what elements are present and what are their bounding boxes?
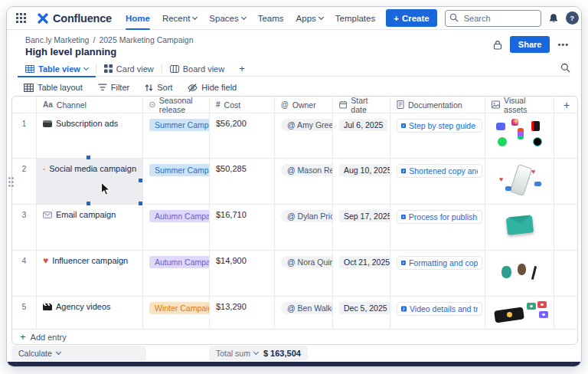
add-column-button[interactable]: + bbox=[554, 97, 578, 113]
cell-owner[interactable]: @ Dylan Price bbox=[275, 205, 333, 251]
cell-empty bbox=[554, 251, 578, 297]
table-layout-button[interactable]: Table layout bbox=[24, 83, 83, 92]
calculate-dropdown[interactable]: Calculate bbox=[11, 346, 146, 361]
row-number[interactable]: 1 bbox=[12, 113, 37, 159]
nav-spaces[interactable]: Spaces bbox=[209, 7, 245, 30]
more-menu-icon[interactable]: ••• bbox=[557, 40, 569, 49]
table-search-icon[interactable] bbox=[560, 63, 570, 73]
cell-release[interactable]: Winter Campaign bbox=[143, 297, 210, 330]
create-button[interactable]: + Create bbox=[386, 9, 437, 27]
total-sum-control[interactable]: Total sum $ 163,504 bbox=[209, 346, 308, 361]
heart-icon: ♥ bbox=[43, 257, 48, 264]
selection-handle[interactable] bbox=[87, 202, 90, 205]
date-tag: Aug 10, 2025 bbox=[339, 164, 390, 176]
hide-field-button[interactable]: Hide field bbox=[188, 83, 237, 92]
table-layout-icon bbox=[24, 84, 34, 92]
selection-handle[interactable] bbox=[139, 179, 142, 182]
email-icon bbox=[43, 212, 52, 218]
cell-release[interactable]: Summer Campaign bbox=[143, 113, 210, 159]
date-tag: Jul 6, 2025 bbox=[339, 119, 387, 131]
cell-date[interactable]: Jul 6, 2025 bbox=[333, 113, 390, 159]
notifications-icon[interactable] bbox=[548, 13, 559, 24]
release-tag: Autumn Campaign bbox=[149, 256, 210, 268]
page-header: Banc.ly Marketing / 2025 Marketing Campa… bbox=[7, 30, 581, 61]
cell-owner[interactable]: @ Nora Quinn bbox=[275, 251, 333, 297]
cell-cost[interactable]: $14,900 bbox=[210, 251, 275, 297]
doc-link[interactable]: Step by step guide to campaig... bbox=[397, 119, 482, 133]
row-number[interactable]: 3 bbox=[12, 205, 37, 251]
cell-empty bbox=[554, 297, 578, 330]
cell-cost[interactable]: $50,285 bbox=[210, 159, 275, 205]
tab-table-view[interactable]: Table view bbox=[18, 61, 96, 77]
add-view-button[interactable]: + bbox=[232, 63, 252, 74]
column-header-seasonal-release[interactable]: Seasonal release bbox=[143, 97, 210, 113]
selection-handle[interactable] bbox=[87, 156, 90, 159]
nav-apps[interactable]: Apps bbox=[296, 7, 323, 30]
doc-icon bbox=[401, 305, 407, 313]
column-header-start-date[interactable]: Start date bbox=[333, 97, 390, 113]
cell-cost[interactable]: $56,200 bbox=[210, 113, 275, 159]
chevron-down-icon bbox=[318, 14, 324, 19]
cell-channel-selected[interactable]: Social media campaign bbox=[37, 159, 143, 205]
column-header-owner[interactable]: @Owner bbox=[275, 97, 333, 113]
chevron-down-icon bbox=[253, 349, 259, 355]
breadcrumb-page[interactable]: 2025 Marketing Campaign bbox=[99, 35, 193, 44]
cell-channel[interactable]: Subscription ads bbox=[37, 113, 143, 159]
confluence-logo[interactable]: Confluence bbox=[37, 12, 112, 25]
row-number[interactable]: 5 bbox=[12, 297, 37, 330]
date-tag: Oct 21, 2025 bbox=[339, 256, 390, 268]
cell-release[interactable]: Autumn Campaign bbox=[143, 205, 210, 251]
cell-channel[interactable]: Agency videos bbox=[37, 297, 143, 330]
cell-owner[interactable]: @ Amy Green bbox=[275, 113, 333, 159]
search-input[interactable] bbox=[445, 10, 541, 27]
cell-doc: Video details and transcript bbox=[390, 297, 485, 330]
cell-date[interactable]: Oct 21, 2025 bbox=[333, 251, 390, 297]
cell-release[interactable]: Autumn Campaign bbox=[143, 251, 210, 297]
doc-link[interactable]: Shortened copy and formatting bbox=[397, 164, 482, 178]
doc-link[interactable]: Video details and transcript bbox=[397, 302, 482, 316]
column-header-cost[interactable]: #Cost bbox=[210, 97, 275, 113]
add-entry-button[interactable]: + Add entry bbox=[12, 330, 578, 344]
app-switcher-icon[interactable] bbox=[15, 11, 28, 25]
cell-date[interactable]: Dec 5, 2025 bbox=[333, 297, 390, 330]
primary-nav: Home Recent Spaces Teams Apps Templates bbox=[126, 7, 375, 30]
doc-link[interactable]: Formatting and copy for ad in s... bbox=[397, 256, 482, 270]
tab-card-view[interactable]: Card view bbox=[96, 61, 162, 77]
cell-channel[interactable]: Email campaign bbox=[37, 205, 143, 251]
nav-recent[interactable]: Recent bbox=[162, 7, 197, 30]
cell-owner[interactable]: @ Ben Walker bbox=[275, 297, 333, 330]
breadcrumb-space[interactable]: Banc.ly Marketing bbox=[25, 35, 89, 44]
cell-empty bbox=[554, 113, 578, 159]
select-type-icon bbox=[149, 100, 155, 109]
row-drag-handle[interactable] bbox=[8, 176, 15, 188]
cell-channel[interactable]: ♥Influencer campaign bbox=[37, 251, 143, 297]
hide-field-icon bbox=[188, 84, 198, 92]
lock-icon[interactable] bbox=[493, 40, 502, 50]
selection-handle[interactable] bbox=[139, 202, 142, 205]
column-header-visual-assets[interactable]: Visual assets bbox=[485, 97, 554, 113]
nav-home[interactable]: Home bbox=[126, 7, 150, 30]
row-number[interactable]: 4 bbox=[12, 251, 37, 297]
cell-release[interactable]: Summer Campaign bbox=[143, 159, 210, 205]
tab-board-view[interactable]: Board view bbox=[162, 61, 232, 77]
cell-cost[interactable]: $13,290 bbox=[210, 297, 275, 330]
person-type-icon: @ bbox=[281, 100, 289, 109]
doc-link[interactable]: Process for publishing new con... bbox=[397, 210, 482, 224]
nav-teams[interactable]: Teams bbox=[258, 7, 284, 30]
cell-date[interactable]: Aug 10, 2025 bbox=[333, 159, 390, 205]
doc-icon bbox=[401, 167, 406, 175]
breadcrumb-separator: / bbox=[93, 35, 95, 44]
column-header-channel[interactable]: AaChannel bbox=[37, 97, 143, 113]
cell-cost[interactable]: $16,710 bbox=[210, 205, 275, 251]
user-mention: @ Dylan Price bbox=[281, 210, 333, 222]
help-icon[interactable]: ? bbox=[566, 11, 579, 25]
row-number[interactable]: 2 bbox=[12, 159, 37, 205]
sort-button[interactable]: Sort bbox=[145, 83, 172, 92]
share-button[interactable]: Share bbox=[510, 36, 550, 53]
filter-button[interactable]: Filter bbox=[98, 83, 129, 92]
column-header-documentation[interactable]: Documentation bbox=[390, 97, 485, 113]
cell-date[interactable]: Sep 17, 2025 bbox=[333, 205, 390, 251]
page-title: High level planning bbox=[25, 46, 116, 57]
cell-owner[interactable]: @ Mason Reed bbox=[275, 159, 333, 205]
nav-templates[interactable]: Templates bbox=[335, 7, 375, 30]
